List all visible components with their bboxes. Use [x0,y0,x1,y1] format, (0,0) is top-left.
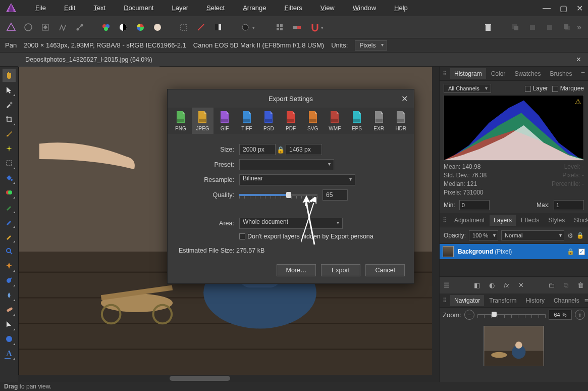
format-tiff[interactable]: TIFF [236,108,258,134]
layer-item-background[interactable]: Background (Pixel) 🔒 ✓ [440,244,588,259]
format-wmf[interactable]: WMF [324,108,346,134]
effects-tool-icon[interactable] [3,259,16,272]
canvas-scrollbar-vertical[interactable] [432,67,439,375]
menu-select[interactable]: Select [197,0,234,16]
paint-mixer-tool-icon[interactable] [3,186,16,199]
zoom-tool-icon[interactable] [3,245,16,258]
tab-styles[interactable]: Styles [545,215,569,226]
tab-stock[interactable]: Stock [570,215,588,226]
layer-visible-checkbox[interactable]: ✓ [578,249,585,255]
group-icon[interactable]: 🗀 [548,281,555,289]
panel-grip-icon[interactable]: ⠿ [443,217,447,224]
panel-menu-icon[interactable]: ≡ [584,297,588,305]
format-png[interactable]: PNG [170,108,192,134]
export-button[interactable]: Export [321,264,360,276]
panel-grip-icon[interactable]: ⠿ [443,70,447,77]
preset-select[interactable] [239,159,334,170]
window-close-icon[interactable]: ✕ [576,4,583,13]
text-tool-icon[interactable]: A [3,347,16,360]
sparkle-tool-icon[interactable] [3,142,16,155]
menu-document[interactable]: Document [115,0,163,16]
tab-navigator[interactable]: Navigator [450,295,484,306]
marquee-tool-icon[interactable] [3,157,16,170]
menu-arrange[interactable]: Arrange [234,0,275,16]
paint-brush-tool-icon[interactable] [3,127,16,140]
layer-lock-icon[interactable]: 🔒 [567,248,574,255]
gear-icon[interactable]: ⚙ [567,232,573,239]
overlay-brush-tool-icon[interactable] [3,215,16,228]
aspect-lock-icon[interactable]: 🔒 [276,146,286,154]
format-gif[interactable]: GIF [213,108,236,134]
menu-view[interactable]: View [311,0,344,16]
tab-channels[interactable]: Channels [550,295,583,306]
quality-slider[interactable] [239,189,317,201]
zoom-out-button[interactable]: − [464,310,474,320]
tab-effects[interactable]: Effects [517,215,543,226]
menu-file[interactable]: File [26,0,55,16]
format-psd[interactable]: PSD [258,108,280,134]
erase-brush-tool-icon[interactable] [3,230,16,243]
hand-tool-icon[interactable] [3,69,16,82]
units-select[interactable]: Pixels [355,40,387,51]
tab-transform[interactable]: Transform [485,295,520,306]
snapping-icon[interactable] [290,20,304,34]
adjustment-icon[interactable]: ◐ [489,281,495,289]
width-input[interactable] [239,144,276,155]
tab-swatches[interactable]: Swatches [510,68,545,79]
quality-input[interactable]: 65 [323,189,348,201]
zoom-slider[interactable] [477,310,546,319]
dialog-title-bar[interactable]: Export Settings ✕ [168,89,414,108]
arrange-back-icon[interactable] [508,20,522,34]
persona-export-icon[interactable] [73,20,87,34]
format-hdr[interactable]: HDR [390,108,412,134]
persona-liquify-icon[interactable] [21,20,35,34]
blend-mode-select[interactable]: Normal [501,230,564,240]
duplicate-icon[interactable]: ⧉ [564,281,568,289]
color-picker-tool-icon[interactable] [3,98,16,111]
contrast-icon[interactable] [116,20,130,34]
arrange-front-icon[interactable] [560,20,574,34]
flood-fill-tool-icon[interactable] [3,171,16,184]
tab-brushes[interactable]: Brushes [546,68,576,79]
pen-tool-icon[interactable] [3,318,16,331]
menu-layer[interactable]: Layer [163,0,197,16]
navigator-thumbnail[interactable] [484,326,544,366]
selection-invert-icon[interactable] [194,20,208,34]
zoom-value[interactable]: 64 % [549,310,572,320]
persona-photo-icon[interactable] [4,20,18,34]
channels-select[interactable]: All Channels [444,84,491,93]
lock-icon[interactable]: 🔒 [576,232,584,239]
dont-export-checkbox[interactable] [239,233,245,239]
quick-mask-icon[interactable]: ▾ [237,20,260,34]
arrange-forward-icon[interactable] [543,20,557,34]
menu-filters[interactable]: Filters [275,0,311,16]
more-button[interactable]: More… [277,264,316,276]
area-select[interactable]: Whole document [239,218,343,229]
layers-stack-icon[interactable]: ☰ [444,281,450,289]
shape-tool-icon[interactable] [3,332,16,346]
canvas-scrollbar-horizontal[interactable] [18,375,439,382]
menu-help[interactable]: Help [385,0,417,16]
format-jpeg[interactable]: JPEG [192,108,214,134]
tab-layers[interactable]: Layers [490,215,516,226]
healing-tool-icon[interactable] [3,303,16,316]
persona-develop-icon[interactable] [38,20,52,34]
arrange-backward-icon[interactable] [525,20,540,34]
format-exr[interactable]: EXR [368,108,390,134]
menu-window[interactable]: Window [344,0,385,16]
height-input[interactable] [286,144,322,155]
swatches-icon[interactable] [99,20,113,34]
selection-refine-icon[interactable] [211,20,225,34]
trash-icon[interactable] [481,20,495,34]
fx-icon[interactable]: fx [504,281,509,289]
zoom-in-button[interactable]: + [575,310,585,320]
crop-tool-icon[interactable] [3,113,16,126]
pixel-brush-tool-icon[interactable] [3,201,16,214]
cancel-button[interactable]: Cancel [365,264,405,276]
tab-history[interactable]: History [522,295,549,306]
menu-edit[interactable]: Edit [55,0,84,16]
delete-layer-icon[interactable]: 🗑 [577,281,584,289]
persona-tone-icon[interactable] [56,20,70,34]
dialog-close-icon[interactable]: ✕ [401,94,408,104]
magnet-icon[interactable]: ▾ [307,20,328,34]
